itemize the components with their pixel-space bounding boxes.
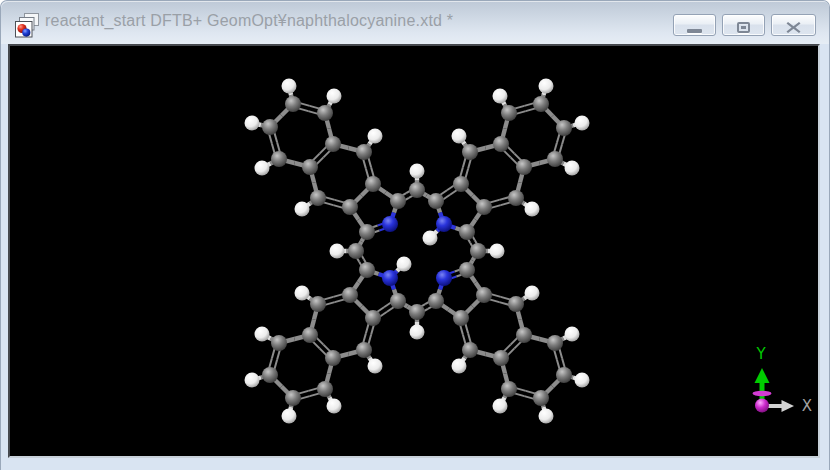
atom-h (368, 129, 383, 144)
atom-c (302, 327, 318, 343)
atom-c (409, 182, 425, 198)
atom-h (397, 257, 412, 272)
restore-icon (737, 22, 750, 33)
atom-h (423, 231, 438, 246)
atom-c (501, 381, 517, 397)
atom-h (282, 409, 297, 424)
atom-c (342, 287, 358, 303)
molecule-naphthalocyanine (245, 79, 590, 424)
atom-h (255, 327, 270, 342)
atom-c (556, 367, 572, 383)
atom-c (302, 159, 318, 175)
atom-h (539, 409, 554, 424)
atom-c (428, 193, 444, 209)
close-button[interactable] (771, 14, 816, 36)
window-title: reactant_start DFTB+ GeomOpt¥naphthalocy… (45, 12, 453, 30)
atom-c (359, 224, 375, 240)
atom-c (390, 193, 406, 209)
atom-c (547, 335, 563, 351)
atom-c (356, 144, 372, 160)
atom-c (462, 144, 478, 160)
atom-c (325, 136, 341, 152)
atom-c (533, 96, 549, 112)
y-axis-arrowhead (755, 368, 770, 383)
minimize-button[interactable] (673, 14, 716, 36)
atom-h (330, 244, 345, 259)
atom-h (327, 89, 342, 104)
atom-h (565, 161, 580, 176)
atom-c (317, 105, 333, 121)
structure-viewport-3d[interactable]: Y X (8, 44, 820, 458)
atom-c (533, 390, 549, 406)
atom-h (327, 399, 342, 414)
axes-origin-sphere (755, 399, 769, 413)
atom-h (525, 202, 540, 217)
atom-c (462, 342, 478, 358)
atom-h (245, 116, 260, 131)
atom-h (295, 286, 310, 301)
y-axis-label: Y (755, 345, 766, 363)
atom-c (310, 190, 326, 206)
orientation-axes-widget: Y X (753, 345, 813, 415)
atom-c (476, 287, 492, 303)
atom-c (476, 199, 492, 215)
title-bar[interactable]: reactant_start DFTB+ GeomOpt¥naphthalocy… (1, 1, 830, 44)
atom-c (493, 350, 509, 366)
atom-h (410, 325, 425, 340)
atom-c (508, 190, 524, 206)
atom-c (285, 96, 301, 112)
atom-c (317, 381, 333, 397)
atom-h (410, 164, 425, 179)
atom-c (342, 199, 358, 215)
atom-c (459, 262, 475, 278)
z-axis-indicator (753, 391, 772, 396)
atom-c (459, 224, 475, 240)
atom-c (262, 367, 278, 383)
atom-c (271, 335, 287, 351)
x-axis-label: X (802, 397, 812, 415)
atom-c (493, 136, 509, 152)
atom-c (365, 310, 381, 326)
atom-c (428, 293, 444, 309)
atom-c (359, 262, 375, 278)
close-icon (786, 21, 801, 34)
atom-c (285, 390, 301, 406)
scene-canvas: Y X (10, 46, 818, 456)
atom-c (390, 293, 406, 309)
atom-h (539, 79, 554, 94)
minimize-icon (687, 29, 702, 33)
atom-c (501, 105, 517, 121)
atom-h (452, 129, 467, 144)
atom-h (565, 327, 580, 342)
atom-c (556, 120, 572, 136)
atom-c (453, 176, 469, 192)
atom-h (245, 373, 260, 388)
atom-c (271, 151, 287, 167)
atom-c (470, 243, 486, 259)
atom-h (525, 286, 540, 301)
atom-h (282, 79, 297, 94)
atom-n (382, 216, 398, 232)
atom-c (453, 310, 469, 326)
atom-h (452, 359, 467, 374)
atom-n (382, 270, 398, 286)
atom-c (516, 159, 532, 175)
atom-n (436, 270, 452, 286)
atom-c (547, 151, 563, 167)
atom-h (575, 116, 590, 131)
atom-c (348, 243, 364, 259)
atom-c (262, 119, 278, 135)
document-window: reactant_start DFTB+ GeomOpt¥naphthalocy… (0, 0, 830, 470)
atom-h (575, 373, 590, 388)
atom-c (356, 342, 372, 358)
atom-h (368, 359, 383, 374)
x-axis-arrowhead (782, 400, 795, 412)
atom-c (516, 327, 532, 343)
atom-c (325, 350, 341, 366)
blue-atom-glyph (22, 29, 30, 37)
restore-button[interactable] (722, 14, 765, 36)
atom-h (493, 399, 508, 414)
atom-c (409, 304, 425, 320)
atom-c (365, 176, 381, 192)
molecule-document-stack-icon[interactable] (14, 13, 41, 40)
